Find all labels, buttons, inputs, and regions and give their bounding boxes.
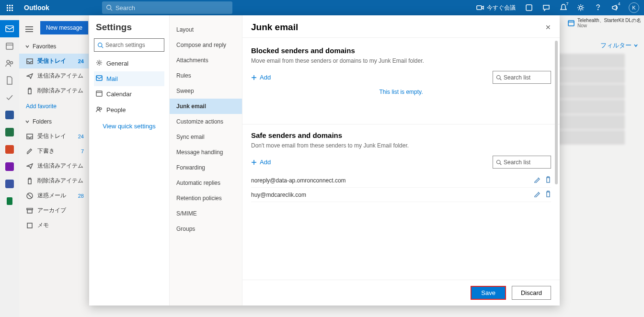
svg-point-28 — [100, 108, 102, 110]
svg-point-31 — [497, 75, 501, 79]
hamburger-icon[interactable] — [21, 21, 37, 37]
add-blocked-button[interactable]: Add — [251, 74, 271, 81]
settings-category-general[interactable]: General — [94, 56, 164, 71]
search-icon — [496, 75, 502, 80]
user-avatar[interactable]: K — [629, 2, 639, 13]
chevron-down-icon — [25, 119, 30, 124]
edit-icon[interactable] — [534, 191, 540, 199]
settings-categories: Settings Search settings GeneralMailCale… — [89, 15, 170, 306]
folder-item[interactable]: 送信済みアイテム — [19, 68, 89, 83]
settings-sub-item[interactable]: Junk email — [170, 99, 242, 114]
rail-calendar-icon[interactable] — [0, 37, 19, 55]
svg-rect-6 — [6, 26, 13, 32]
settings-sub-item[interactable]: Attachments — [170, 53, 242, 68]
folder-item[interactable]: メモ — [19, 218, 89, 233]
note-icon — [26, 223, 34, 228]
svg-point-4 — [579, 6, 582, 9]
blocked-empty-message: This list is empty. — [251, 89, 551, 95]
folder-item[interactable]: 削除済みアイテム — [19, 83, 89, 98]
close-button[interactable]: ✕ — [545, 23, 551, 31]
global-search-input[interactable]: Search — [102, 1, 232, 14]
rail-todo-icon[interactable] — [0, 89, 19, 106]
settings-sub-item[interactable]: Rules — [170, 68, 242, 83]
folder-item[interactable]: 下書き7 — [19, 144, 89, 158]
save-button[interactable]: Save — [471, 286, 506, 300]
delete-icon[interactable] — [545, 191, 551, 199]
edit-icon[interactable] — [534, 176, 540, 184]
settings-sub-item[interactable]: Layout — [170, 22, 242, 37]
settings-modal: Settings Search settings GeneralMailCale… — [89, 15, 560, 306]
search-icon — [97, 42, 104, 48]
folder-item[interactable]: 受信トレイ24 — [19, 54, 89, 68]
settings-sub-item[interactable]: Retention policies — [170, 191, 242, 206]
rail-powerpoint-icon[interactable] — [0, 141, 19, 158]
rail-another-icon[interactable] — [0, 192, 19, 210]
settings-category-people[interactable]: People — [94, 102, 164, 118]
settings-search-input[interactable]: Search settings — [94, 38, 164, 52]
svg-rect-7 — [6, 43, 13, 49]
notifications-icon[interactable]: 7 — [557, 0, 570, 15]
svg-line-1 — [111, 9, 113, 11]
megaphone-icon[interactable]: 4 — [609, 0, 622, 15]
gear-icon — [96, 59, 103, 68]
rail-excel-icon[interactable] — [0, 124, 19, 141]
folder-item[interactable]: 受信トレイ24 — [19, 129, 89, 144]
app-launcher-button[interactable] — [0, 0, 19, 15]
help-icon[interactable] — [591, 0, 605, 15]
people-icon — [96, 106, 103, 114]
settings-sub-item[interactable]: S/MIME — [170, 206, 242, 221]
rail-files-icon[interactable] — [0, 72, 19, 89]
search-icon — [496, 159, 502, 165]
folder-item[interactable]: 削除済みアイテム — [19, 173, 89, 188]
rail-word-icon[interactable] — [0, 106, 19, 124]
rail-onenote-icon[interactable] — [0, 158, 19, 175]
settings-sub-item[interactable]: Forwarding — [170, 160, 242, 175]
rail-people-icon[interactable] — [0, 55, 19, 72]
settings-sub-item[interactable]: Sync email — [170, 129, 242, 145]
svg-rect-17 — [27, 210, 32, 213]
draft-icon — [26, 148, 34, 155]
rail-mail-icon[interactable] — [0, 20, 19, 37]
next-event-strip[interactable]: Telehealth、StarterKit DLの名 Now — [565, 17, 644, 29]
add-safe-button[interactable]: Add — [251, 158, 271, 166]
folder-item[interactable]: 送信済みアイテム — [19, 158, 89, 173]
delete-icon[interactable] — [545, 176, 551, 184]
view-quick-settings-link[interactable]: View quick settings — [94, 123, 164, 130]
folder-item[interactable]: 迷惑メール28 — [19, 188, 89, 203]
archive-icon — [26, 208, 34, 214]
waffle-icon — [7, 5, 13, 11]
favorites-header[interactable]: Favorites — [19, 39, 89, 54]
video-icon — [476, 5, 484, 11]
add-favorite-link[interactable]: Add favorite — [19, 98, 89, 114]
search-blocked-input[interactable]: Search list — [493, 71, 551, 84]
settings-title: Settings — [96, 22, 164, 33]
mail-icon — [96, 75, 103, 82]
chat-icon[interactable] — [540, 0, 553, 15]
settings-category-calendar[interactable]: Calendar — [94, 86, 164, 102]
meet-now-button[interactable]: 今すぐ会議 — [473, 4, 518, 12]
folders-header[interactable]: Folders — [19, 114, 89, 129]
blocked-heading: Blocked senders and domains — [251, 46, 551, 55]
new-message-button[interactable]: New message — [40, 21, 88, 34]
settings-sub-item[interactable]: Compose and reply — [170, 37, 242, 53]
discard-button[interactable]: Discard — [512, 286, 551, 300]
search-safe-input[interactable]: Search list — [493, 156, 551, 169]
settings-sub-item[interactable]: Customize actions — [170, 114, 242, 129]
settings-sub-item[interactable]: Message handling — [170, 145, 242, 160]
sent-icon — [26, 163, 34, 169]
svg-point-10 — [11, 62, 13, 64]
settings-sub-item[interactable]: Groups — [170, 221, 242, 237]
filter-dropdown[interactable]: フィルター — [600, 41, 638, 50]
settings-icon[interactable] — [574, 0, 587, 15]
settings-content: Junk email ✕ Blocked senders and domains… — [242, 15, 560, 306]
settings-sub-item[interactable]: Sweep — [170, 83, 242, 99]
section-divider — [242, 124, 560, 125]
teams-icon[interactable] — [522, 0, 536, 15]
sender-email: huy@mdcareclik.com — [251, 192, 306, 198]
settings-sub-item[interactable]: Automatic replies — [170, 175, 242, 191]
sender-email: noreply@data-ap.omronconnect.com — [251, 177, 346, 184]
settings-category-mail[interactable]: Mail — [94, 71, 164, 86]
rail-more-icon[interactable] — [0, 175, 19, 192]
app-rail — [0, 15, 19, 317]
folder-item[interactable]: アーカイブ — [19, 203, 89, 218]
